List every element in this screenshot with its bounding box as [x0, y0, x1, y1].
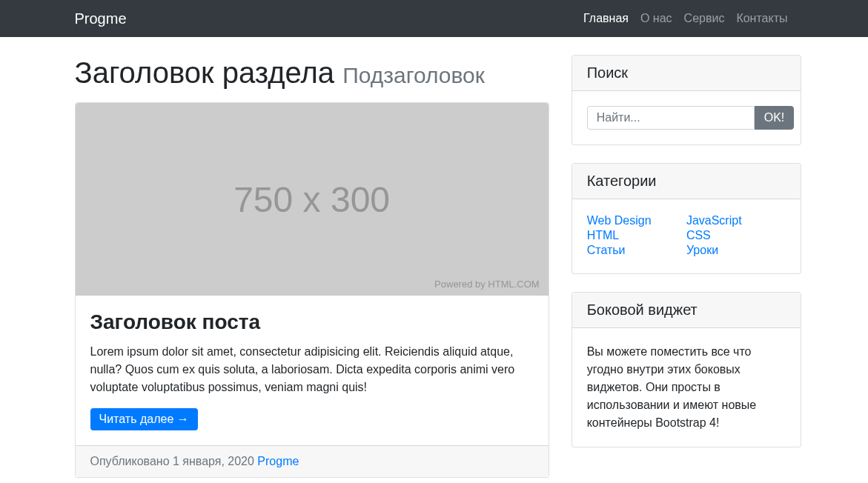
search-input[interactable]	[587, 106, 755, 130]
search-card: Поиск OK!	[572, 55, 801, 145]
page-subtitle: Подзаголовок	[342, 63, 485, 87]
nav-item-contacts[interactable]: Контакты	[730, 6, 793, 31]
placeholder-credit: Powered by HTML.COM	[434, 279, 540, 290]
sidebar-column: Поиск OK! Категории Web Design HTML Стат…	[572, 55, 801, 465]
widget-header: Боковой виджет	[572, 293, 801, 328]
post-author-link[interactable]: Progme	[257, 455, 299, 467]
page-heading: Заголовок раздела Подзаголовок	[75, 55, 549, 90]
nav-link-contacts[interactable]: Контакты	[730, 6, 793, 31]
widget-card: Боковой виджет Вы можете поместить все ч…	[572, 292, 801, 447]
category-link-html[interactable]: HTML	[587, 229, 620, 242]
nav-link-home[interactable]: Главная	[577, 6, 635, 31]
category-list-right: JavaScript CSS Уроки	[686, 214, 786, 257]
read-more-button[interactable]: Читать далее →	[90, 408, 198, 430]
nav-item-about[interactable]: О нас	[635, 6, 678, 31]
page-title: Заголовок раздела	[75, 56, 335, 89]
list-item: Статьи	[587, 244, 686, 257]
list-item: JavaScript	[686, 214, 786, 227]
category-link-css[interactable]: CSS	[686, 229, 711, 242]
list-item: HTML	[587, 229, 686, 242]
categories-header: Категории	[572, 164, 801, 199]
brand-link[interactable]: Progme	[75, 7, 127, 31]
category-link-articles[interactable]: Статьи	[587, 244, 626, 256]
post-title: Заголовок поста	[90, 310, 534, 334]
nav-menu: Главная О нас Сервис Контакты	[577, 6, 793, 31]
post-published-date: Опубликовано 1 января, 2020	[90, 455, 258, 467]
categories-card: Категории Web Design HTML Статьи JavaScr…	[572, 163, 801, 274]
nav-link-service[interactable]: Сервис	[678, 6, 731, 31]
list-item: Web Design	[587, 214, 686, 227]
nav-item-service[interactable]: Сервис	[678, 6, 731, 31]
search-header: Поиск	[572, 56, 801, 91]
search-button[interactable]: OK!	[755, 106, 795, 130]
nav-item-home[interactable]: Главная	[577, 6, 635, 31]
list-item: CSS	[686, 229, 786, 242]
navbar: Progme Главная О нас Сервис Контакты	[0, 0, 868, 37]
nav-link-about[interactable]: О нас	[635, 6, 678, 31]
post-card: 750 x 300 Powered by HTML.COM Заголовок …	[75, 102, 549, 478]
post-text: Lorem ipsum dolor sit amet, consectetur …	[90, 343, 534, 396]
category-list-left: Web Design HTML Статьи	[587, 214, 686, 257]
widget-text: Вы можете поместить все что угодно внутр…	[587, 343, 786, 432]
list-item: Уроки	[686, 244, 786, 257]
main-column: Заголовок раздела Подзаголовок 750 x 300…	[75, 55, 549, 483]
post-footer: Опубликовано 1 января, 2020 Progme	[76, 445, 549, 477]
category-link-web-design[interactable]: Web Design	[587, 214, 652, 227]
post-image-placeholder[interactable]: 750 x 300 Powered by HTML.COM	[76, 103, 549, 296]
category-link-javascript[interactable]: JavaScript	[686, 214, 742, 227]
category-link-lessons[interactable]: Уроки	[686, 244, 718, 256]
placeholder-dimensions: 750 x 300	[233, 179, 390, 220]
